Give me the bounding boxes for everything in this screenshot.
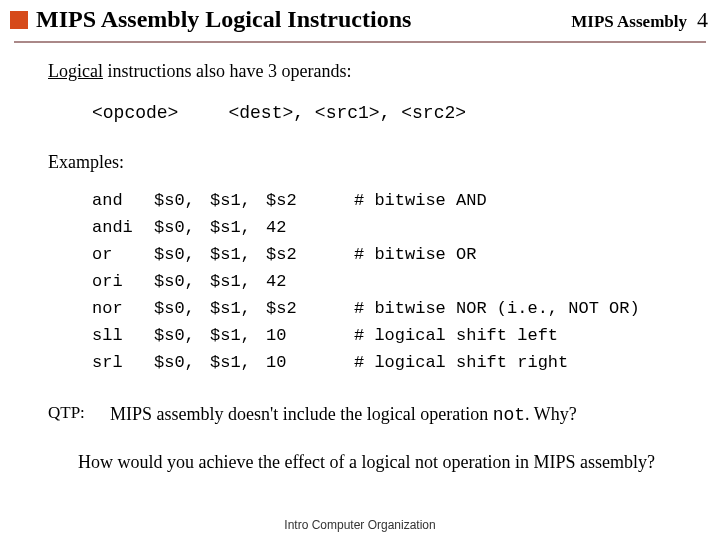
table-row: srl $s0, $s1, 10 # logical shift right bbox=[92, 350, 640, 377]
cell-dest: $s0, bbox=[154, 296, 210, 323]
cell-src1: $s1, bbox=[210, 296, 266, 323]
intro-rest: instructions also have 3 operands: bbox=[103, 61, 351, 81]
accent-square-icon bbox=[10, 11, 28, 29]
cell-gap bbox=[324, 323, 354, 350]
cell-gap bbox=[324, 215, 354, 242]
cell-gap bbox=[324, 188, 354, 215]
cell-src1: $s1, bbox=[210, 269, 266, 296]
cell-src1: $s1, bbox=[210, 215, 266, 242]
cell-gap bbox=[324, 269, 354, 296]
cell-src2: 42 bbox=[266, 215, 324, 242]
cell-src1: $s1, bbox=[210, 188, 266, 215]
qtp-mono: not bbox=[493, 405, 525, 425]
qtp-before: MIPS assembly doesn't include the logica… bbox=[110, 404, 493, 424]
slide-header: MIPS Assembly Logical Instructions MIPS … bbox=[0, 0, 720, 37]
page-number: 4 bbox=[697, 7, 708, 33]
cell-dest: $s0, bbox=[154, 215, 210, 242]
cell-comment: # logical shift left bbox=[354, 323, 640, 350]
followup-question: How would you achieve the effect of a lo… bbox=[78, 450, 680, 474]
table-row: nor $s0, $s1, $s2 # bitwise NOR (i.e., N… bbox=[92, 296, 640, 323]
cell-src1: $s1, bbox=[210, 242, 266, 269]
syntax-line: <opcode><dest>, <src1>, <src2> bbox=[92, 101, 680, 125]
syntax-operands: <dest>, <src1>, <src2> bbox=[228, 103, 466, 123]
cell-comment bbox=[354, 215, 640, 242]
table-row: andi $s0, $s1, 42 bbox=[92, 215, 640, 242]
table-row: or $s0, $s1, $s2 # bitwise OR bbox=[92, 242, 640, 269]
table-row: sll $s0, $s1, 10 # logical shift left bbox=[92, 323, 640, 350]
cell-src2: $s2 bbox=[266, 242, 324, 269]
cell-src2: 10 bbox=[266, 323, 324, 350]
syntax-opcode: <opcode> bbox=[92, 103, 178, 123]
qtp-label: QTP: bbox=[48, 402, 110, 427]
slide-body: Logical instructions also have 3 operand… bbox=[0, 43, 720, 474]
table-row: and $s0, $s1, $s2 # bitwise AND bbox=[92, 188, 640, 215]
table-row: ori $s0, $s1, 42 bbox=[92, 269, 640, 296]
cell-comment: # logical shift right bbox=[354, 350, 640, 377]
cell-comment bbox=[354, 269, 640, 296]
cell-src1: $s1, bbox=[210, 350, 266, 377]
cell-op: or bbox=[92, 242, 154, 269]
cell-op: nor bbox=[92, 296, 154, 323]
qtp-text: MIPS assembly doesn't include the logica… bbox=[110, 402, 577, 427]
cell-gap bbox=[324, 296, 354, 323]
cell-dest: $s0, bbox=[154, 188, 210, 215]
cell-dest: $s0, bbox=[154, 323, 210, 350]
cell-comment: # bitwise OR bbox=[354, 242, 640, 269]
cell-comment: # bitwise NOR (i.e., NOT OR) bbox=[354, 296, 640, 323]
cell-comment: # bitwise AND bbox=[354, 188, 640, 215]
cell-src2: 10 bbox=[266, 350, 324, 377]
cell-op: ori bbox=[92, 269, 154, 296]
examples-table: and $s0, $s1, $s2 # bitwise AND andi $s0… bbox=[92, 188, 640, 377]
cell-src1: $s1, bbox=[210, 323, 266, 350]
qtp-row: QTP: MIPS assembly doesn't include the l… bbox=[48, 402, 680, 427]
cell-op: sll bbox=[92, 323, 154, 350]
course-tag: MIPS Assembly bbox=[571, 12, 687, 32]
examples-label: Examples: bbox=[48, 150, 680, 174]
slide-title: MIPS Assembly Logical Instructions bbox=[36, 6, 571, 33]
cell-gap bbox=[324, 242, 354, 269]
intro-underlined: Logical bbox=[48, 61, 103, 81]
cell-gap bbox=[324, 350, 354, 377]
qtp-after: . Why? bbox=[525, 404, 577, 424]
intro-line: Logical instructions also have 3 operand… bbox=[48, 59, 680, 83]
slide: MIPS Assembly Logical Instructions MIPS … bbox=[0, 0, 720, 540]
cell-op: andi bbox=[92, 215, 154, 242]
footer: Intro Computer Organization bbox=[0, 518, 720, 532]
cell-src2: 42 bbox=[266, 269, 324, 296]
cell-op: and bbox=[92, 188, 154, 215]
cell-dest: $s0, bbox=[154, 269, 210, 296]
cell-dest: $s0, bbox=[154, 242, 210, 269]
cell-src2: $s2 bbox=[266, 296, 324, 323]
cell-dest: $s0, bbox=[154, 350, 210, 377]
cell-op: srl bbox=[92, 350, 154, 377]
cell-src2: $s2 bbox=[266, 188, 324, 215]
